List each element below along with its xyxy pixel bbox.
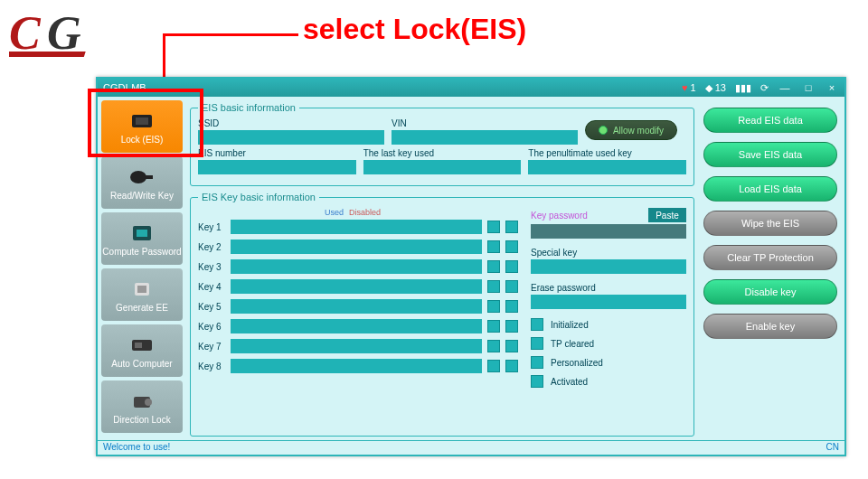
- heart-icon: ♥ 1: [682, 82, 696, 93]
- key-field[interactable]: [231, 359, 482, 373]
- activated-checkbox[interactable]: [531, 375, 543, 388]
- key-row: Key 8: [198, 359, 518, 373]
- disable-key-button[interactable]: Disable key: [703, 279, 837, 305]
- svg-text:G: G: [47, 9, 81, 59]
- sidebar-item-label: Compute Password: [102, 247, 181, 257]
- svg-rect-4: [136, 117, 148, 125]
- svg-point-14: [145, 399, 152, 406]
- svg-rect-10: [137, 286, 146, 293]
- lock-icon: [127, 390, 157, 413]
- disabled-checkbox[interactable]: [505, 240, 518, 253]
- vin-field[interactable]: [392, 130, 578, 145]
- close-button[interactable]: ×: [825, 82, 839, 93]
- key-field[interactable]: [231, 240, 482, 254]
- used-checkbox[interactable]: [487, 260, 500, 273]
- annotation-arrow: [163, 33, 298, 36]
- key-password-label: Key password: [531, 211, 588, 221]
- read-eis-button[interactable]: Read EIS data: [703, 108, 837, 133]
- sidebar: Lock (EIS) Read/Write Key Compute Passwo…: [98, 97, 186, 440]
- disabled-checkbox[interactable]: [505, 360, 518, 372]
- disabled-header: Disabled: [349, 208, 381, 217]
- sidebar-item-label: Generate EE: [116, 303, 168, 313]
- last-key-field[interactable]: [363, 160, 522, 174]
- wipe-eis-button[interactable]: Wipe the EIS: [703, 211, 837, 236]
- personalized-checkbox[interactable]: [531, 356, 543, 369]
- chip-icon: [127, 277, 157, 301]
- disabled-checkbox[interactable]: [505, 260, 518, 273]
- eis-icon: [127, 109, 157, 133]
- allow-modify-button[interactable]: Allow modify: [585, 120, 677, 140]
- clear-tp-button[interactable]: Clear TP Protection: [703, 245, 837, 270]
- disabled-checkbox[interactable]: [505, 340, 518, 352]
- vin-label: VIN: [392, 118, 578, 128]
- used-checkbox[interactable]: [487, 340, 500, 352]
- sidebar-item-lock-eis[interactable]: Lock (EIS): [101, 100, 183, 153]
- settings-icon[interactable]: ⟳: [760, 82, 769, 94]
- key-field[interactable]: [231, 299, 482, 314]
- window-title: CGDI-MB: [103, 82, 146, 93]
- erase-password-label: Erase password: [531, 283, 686, 293]
- app-window: CGDI-MB ♥ 1 ◆ 13 ▮▮▮ ⟳ — □ × Lock (EIS): [96, 77, 846, 456]
- minimize-button[interactable]: —: [778, 82, 792, 93]
- sidebar-item-compute-password[interactable]: Compute Password: [101, 212, 183, 265]
- annotation-text: select Lock(EIS): [303, 13, 526, 46]
- eis-number-field[interactable]: [198, 160, 356, 174]
- svg-rect-12: [135, 343, 142, 348]
- ssid-label: SSID: [198, 118, 384, 128]
- used-checkbox[interactable]: [487, 221, 500, 233]
- penultimate-key-field[interactable]: [528, 160, 686, 174]
- sidebar-item-label: Direction Lock: [113, 415, 170, 425]
- initialized-checkbox[interactable]: [531, 318, 543, 331]
- disabled-checkbox[interactable]: [505, 221, 518, 233]
- panel-legend: EIS basic information: [198, 102, 299, 113]
- sidebar-item-generate-ee[interactable]: Generate EE: [101, 268, 183, 321]
- battery-icon: ▮▮▮: [735, 82, 751, 94]
- key-icon: [127, 165, 157, 189]
- key-field[interactable]: [231, 319, 482, 333]
- svg-rect-2: [9, 52, 86, 57]
- key-row: Key 5: [198, 299, 518, 314]
- ssid-field[interactable]: [198, 130, 384, 145]
- eis-basic-info-panel: EIS basic information SSID VIN: [190, 102, 694, 186]
- cg-logo: C G: [9, 9, 122, 63]
- used-checkbox[interactable]: [487, 280, 500, 293]
- erase-password-field[interactable]: [531, 295, 686, 309]
- disabled-checkbox[interactable]: [505, 280, 518, 293]
- key-field[interactable]: [231, 259, 482, 274]
- load-eis-button[interactable]: Load EIS data: [703, 176, 837, 202]
- used-checkbox[interactable]: [487, 240, 500, 253]
- penultimate-key-label: The penultimate used key: [528, 148, 686, 158]
- key-password-field[interactable]: [531, 224, 686, 239]
- sidebar-item-auto-computer[interactable]: Auto Computer: [101, 324, 183, 377]
- disabled-checkbox[interactable]: [505, 300, 518, 313]
- key-field[interactable]: [231, 220, 482, 234]
- last-key-label: The last key used: [363, 148, 522, 158]
- used-checkbox[interactable]: [487, 300, 500, 313]
- tp-cleared-checkbox[interactable]: [531, 337, 543, 350]
- enable-key-button[interactable]: Enable key: [703, 314, 837, 339]
- maximize-button[interactable]: □: [801, 82, 816, 93]
- used-header: Used: [325, 208, 344, 217]
- eis-number-label: EIS number: [198, 148, 356, 158]
- key-field[interactable]: [231, 279, 482, 294]
- sidebar-item-direction-lock[interactable]: Direction Lock: [101, 380, 183, 433]
- save-eis-button[interactable]: Save EIS data: [703, 142, 837, 167]
- disabled-checkbox[interactable]: [505, 320, 518, 333]
- titlebar: CGDI-MB ♥ 1 ◆ 13 ▮▮▮ ⟳ — □ ×: [98, 79, 844, 97]
- svg-text:C: C: [9, 9, 42, 59]
- sidebar-item-read-write-key[interactable]: Read/Write Key: [101, 156, 183, 209]
- status-bar: Welcome to use! CN: [98, 440, 844, 455]
- cpu-icon: [127, 221, 157, 245]
- eis-key-info-panel: EIS Key basic information Used Disabled …: [190, 192, 694, 437]
- status-locale: CN: [826, 442, 839, 454]
- key-field[interactable]: [231, 339, 482, 353]
- panel-legend: EIS Key basic information: [198, 192, 319, 202]
- used-checkbox[interactable]: [487, 360, 500, 372]
- sidebar-item-label: Read/Write Key: [110, 191, 174, 201]
- special-key-field[interactable]: [531, 259, 686, 274]
- paste-button[interactable]: Paste: [648, 208, 686, 222]
- key-row: Key 3: [198, 259, 518, 274]
- used-checkbox[interactable]: [487, 320, 500, 333]
- status-message: Welcome to use!: [103, 442, 170, 454]
- special-key-label: Special key: [531, 248, 686, 258]
